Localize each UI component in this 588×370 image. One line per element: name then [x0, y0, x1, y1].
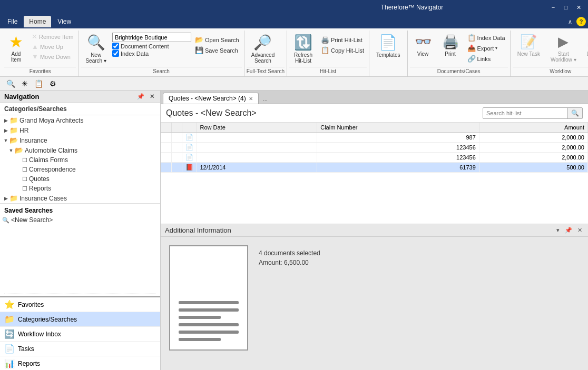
nav-categories[interactable]: 📁 Categories/Searches [0, 312, 160, 327]
menu-view[interactable]: View [52, 16, 76, 27]
link-to-button[interactable]: 🔗 Link To [582, 32, 588, 59]
export-button[interactable]: 📤 Export ▾ [465, 43, 508, 53]
categories-title: Categories/Searches [0, 103, 160, 115]
index-data-cb-label: Index Data [121, 51, 149, 57]
nav-close-button[interactable]: ✕ [148, 93, 156, 101]
panel-close-button[interactable]: ✕ [576, 226, 584, 234]
toolbar-asterisk-icon[interactable]: ✳ [19, 78, 30, 89]
table-header-row: Row Date Claim Number Amount [161, 123, 588, 133]
print-hitlist-button[interactable]: 🖨️ Print Hit-List [318, 35, 367, 45]
toolbar-gear-icon[interactable]: ⚙ [47, 78, 58, 89]
hit-list-search-input[interactable] [483, 108, 567, 118]
tree-item-new-search[interactable]: 🔍 <New Search> [0, 215, 160, 225]
tree-item-claims-forms[interactable]: ☐ Claims Forms [0, 155, 160, 165]
open-search-button[interactable]: 📂 Open Search [192, 35, 242, 45]
item-icon-correspondence: ☐ [22, 166, 27, 173]
copy-hitlist-button[interactable]: 📋 Copy Hit-List [318, 45, 367, 55]
workflow-content: 📝 New Task ▶ StartWorkflow ▾ 🔗 Link To [513, 32, 588, 66]
th-row-date[interactable]: Row Date [197, 123, 317, 133]
scroll-up-btn[interactable]: ∧ [568, 18, 572, 25]
tree-item-correspondence[interactable]: ☐ Correspondence [0, 165, 160, 174]
tab-overflow-button[interactable]: ... [260, 94, 271, 104]
additional-info-title: Additional Information [165, 226, 231, 234]
add-item-button[interactable]: ★ AddItem [4, 32, 28, 65]
ribbon-group-documents: 👓 View 🖨️ Print 📋 Index Data 📤 Export ▾ [408, 31, 511, 76]
export-label: Export [477, 45, 494, 52]
start-workflow-button[interactable]: ▶ StartWorkflow ▾ [546, 32, 581, 65]
correspondence-label: Correspondence [29, 166, 76, 173]
advanced-search-button[interactable]: 🔎 AdvancedSearch [247, 32, 279, 66]
toolbar-list-icon[interactable]: 📋 [32, 78, 45, 89]
minimize-button[interactable]: − [548, 3, 558, 12]
maximize-button[interactable]: □ [561, 3, 571, 12]
expand-insurance: ▼ [2, 138, 9, 143]
th-type[interactable] [182, 123, 197, 133]
search-input[interactable] [112, 33, 191, 42]
tree-item-reports[interactable]: ☐ Reports [0, 184, 160, 193]
doc-icon: 📄 [185, 154, 193, 161]
favorites-content: ★ AddItem ✕ Remove Item ▲ Move Up ▼ Move… [4, 32, 76, 66]
move-down-button[interactable]: ▼ Move Down [29, 52, 76, 62]
tab-quotes-new-search[interactable]: Quotes - <New Search> (4) ✕ [163, 93, 259, 104]
panel-pin-button[interactable]: 📌 [563, 226, 574, 234]
table-row[interactable]: 📄 123456 2,000.00 [161, 153, 588, 163]
panel-dropdown-icon[interactable]: ▾ [555, 226, 561, 234]
toolbar-search-icon[interactable]: 🔍 [4, 78, 17, 89]
nav-tasks[interactable]: 📄 Tasks [0, 342, 160, 356]
move-up-button[interactable]: ▲ Move Up [29, 42, 76, 52]
refresh-hitlist-button[interactable]: 🔃 RefreshHit-List [289, 32, 317, 66]
tab-bar: Quotes - <New Search> (4) ✕ ... [161, 91, 588, 104]
cell-claim: 123456 [317, 143, 479, 153]
doc-content-checkbox[interactable] [112, 43, 119, 49]
saved-searches-section: Saved Searches 🔍 <New Search> [0, 203, 160, 227]
table-row[interactable]: 📕 12/1/2014 61739 500.00 [161, 163, 588, 173]
hit-list-search-button[interactable]: 🔍 [567, 108, 582, 118]
doc-info: 4 documents selected Amount: 6,500.00 [259, 245, 320, 266]
help-button[interactable]: ? [576, 17, 586, 26]
nav-workflow-inbox[interactable]: 🔄 Workflow Inbox [0, 327, 160, 342]
tree-item-insurance-cases[interactable]: ▶ 📁 Insurance Cases [0, 193, 160, 203]
index-data-button[interactable]: 📋 Index Data [465, 33, 508, 43]
tree-item-insurance[interactable]: ▼ 📂 Insurance [0, 135, 160, 145]
tab-close-icon[interactable]: ✕ [249, 96, 253, 102]
nav-reports[interactable]: 📊 Reports [0, 356, 160, 370]
print-button[interactable]: 🖨️ Print [437, 32, 464, 59]
table-row[interactable]: 📄 987 2,000.00 [161, 133, 588, 143]
ribbon-group-templates: 📄 Templates [369, 31, 408, 76]
folder-icon-hr: 📁 [9, 126, 18, 134]
menu-home[interactable]: Home [24, 16, 51, 27]
tree-item-quotes[interactable]: ☐ Quotes [0, 174, 160, 184]
tree-item-hr[interactable]: ▶ 📁 HR [0, 125, 160, 135]
claims-forms-label: Claims Forms [29, 156, 68, 164]
menu-bar: File Home View ∧ ? [0, 15, 588, 28]
expand-automobile: ▼ [7, 148, 15, 153]
index-data-checkbox[interactable] [112, 50, 119, 57]
th-amount[interactable]: Amount [479, 123, 587, 133]
item-icon-reports: ☐ [22, 185, 27, 192]
tree-item-grand-moya[interactable]: ▶ 📁 Grand Moya Architects [0, 115, 160, 125]
th-star[interactable] [161, 123, 171, 133]
cell-star [161, 133, 171, 143]
new-search-button[interactable]: 🔍 NewSearch ▾ [81, 32, 111, 66]
tree-item-automobile[interactable]: ▼ 📂 Automobile Claims [0, 145, 160, 155]
doc-line-1 [179, 301, 239, 304]
print-hitlist-icon: 🖨️ [321, 36, 329, 44]
app-title: Therefore™ Navigator [276, 4, 548, 11]
th-lock[interactable] [171, 123, 182, 133]
window-controls: − □ ✕ [548, 3, 584, 12]
view-label: View [417, 51, 429, 57]
links-button[interactable]: 🔗 Links [465, 54, 508, 64]
view-button[interactable]: 👓 View [410, 32, 436, 59]
menu-file[interactable]: File [2, 16, 23, 27]
cell-star [161, 163, 171, 173]
save-search-button[interactable]: 💾 Save Search [192, 45, 242, 55]
table-row[interactable]: 📄 123456 2,000.00 [161, 143, 588, 153]
new-task-button[interactable]: 📝 New Task [513, 32, 545, 59]
templates-button[interactable]: 📄 Templates [371, 32, 405, 60]
nav-pin-button[interactable]: 📌 [135, 93, 146, 101]
nav-favorites[interactable]: ⭐ Favorites [0, 297, 160, 312]
remove-item-button[interactable]: ✕ Remove Item [29, 32, 76, 42]
th-claim-number[interactable]: Claim Number [317, 123, 479, 133]
nav-header: Navigation 📌 ✕ [0, 91, 160, 103]
close-button[interactable]: ✕ [573, 3, 584, 12]
